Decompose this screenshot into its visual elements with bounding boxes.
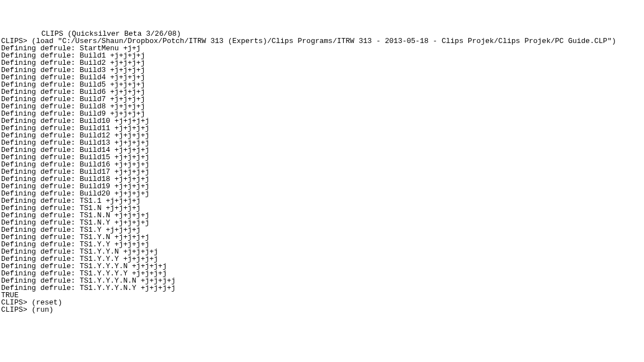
defrules-list: Defining defrule: StartMenu +j+jDefining… <box>1 45 643 292</box>
true-output: TRUE <box>1 292 643 299</box>
reset-command: CLIPS> (reset) <box>1 299 643 306</box>
defrule-line: Defining defrule: TS1.Y.Y.Y.N.Y +j+j+j+j <box>1 284 643 292</box>
terminal-output[interactable]: CLIPS (Quicksilver Beta 3/26/08)CLIPS> (… <box>1 30 643 313</box>
run-command: CLIPS> (run) <box>1 306 643 313</box>
